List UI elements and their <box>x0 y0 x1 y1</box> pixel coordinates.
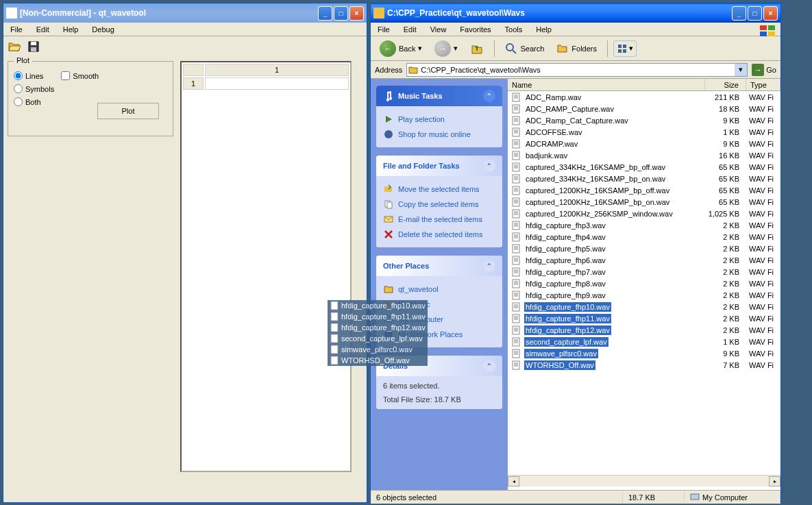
file-row[interactable]: ADCOFFSE.wav1 KBWAV Fi <box>508 126 780 138</box>
svg-rect-4 <box>768 25 775 30</box>
svg-rect-10 <box>623 45 626 48</box>
chevron-down-icon: ▾ <box>629 44 633 53</box>
col-size[interactable]: Size <box>705 79 746 90</box>
minimize-button[interactable]: _ <box>732 6 746 21</box>
file-row[interactable]: captured_334KHz_16KSAMP_bp_off.wav65 KBW… <box>508 161 780 173</box>
open-icon[interactable] <box>6 38 23 55</box>
drag-ghost-item: simwave_plfsrc0.wav <box>328 344 428 355</box>
up-button[interactable] <box>465 38 489 59</box>
drag-ghost-item: WTORHSD_Off.wav <box>328 355 428 366</box>
file-row[interactable]: ADCRAMP.wav9 KBWAV Fi <box>508 138 780 149</box>
drag-ghost: hfdig_capture_fhp10.wavhfdig_capture_fhp… <box>328 300 428 366</box>
address-input[interactable] <box>406 63 748 77</box>
file-row[interactable]: hfdig_capture_fhp3.wav2 KBWAV Fi <box>508 219 780 231</box>
maximize-button[interactable]: □ <box>334 6 348 21</box>
save-icon[interactable] <box>25 38 42 55</box>
file-row[interactable]: second_capture_lpf.wav1 KBWAV Fi <box>508 336 780 347</box>
col-type[interactable]: Type <box>746 79 780 90</box>
scroll-track[interactable] <box>519 476 769 486</box>
file-row[interactable]: hfdig_capture_fhp11.wav2 KBWAV Fi <box>508 312 780 324</box>
music-note-icon <box>383 90 394 101</box>
svg-rect-9 <box>618 45 622 48</box>
file-size: 2 KB <box>705 256 746 264</box>
drag-ghost-item: hfdig_capture_fhp11.wav <box>328 311 428 322</box>
forward-button[interactable]: → ▾ <box>430 37 463 60</box>
task-email[interactable]: E-mail the selected items <box>383 212 495 227</box>
table-cell[interactable] <box>205 77 349 90</box>
file-name: hfdig_capture_fhp11.wav <box>524 314 611 323</box>
menu-debug[interactable]: Debug <box>88 24 118 35</box>
maximize-button[interactable]: □ <box>748 6 762 21</box>
file-row[interactable]: ADC_Ramp_Cat_Capture.wav9 KBWAV Fi <box>508 114 780 126</box>
file-size: 1 KB <box>705 338 746 346</box>
horizontal-scrollbar[interactable]: ◂ ▸ <box>508 475 780 486</box>
file-row[interactable]: simwave_plfsrc0.wav9 KBWAV Fi <box>508 347 780 359</box>
svg-rect-87 <box>513 291 519 299</box>
file-row[interactable]: hfdig_capture_fhp7.wav2 KBWAV Fi <box>508 266 780 278</box>
svg-rect-116 <box>331 301 338 310</box>
menu-edit[interactable]: Edit <box>399 24 421 35</box>
svg-rect-115 <box>691 494 699 500</box>
titlebar[interactable]: [Non-Commercial] - qt_wavetool _ □ × <box>3 3 367 23</box>
back-button[interactable]: ← Back ▾ <box>375 37 427 60</box>
check-smooth[interactable] <box>61 71 70 80</box>
windows-logo-icon <box>760 25 776 38</box>
titlebar[interactable]: C:\CPP_Practice\qt_wavetool\Wavs _ □ × <box>371 3 780 23</box>
file-name: simwave_plfsrc0.wav <box>524 349 598 358</box>
plot-button[interactable]: Plot <box>97 103 159 119</box>
radio-lines[interactable] <box>14 71 23 80</box>
task-play-selection[interactable]: Play selection <box>383 112 495 127</box>
task-copy[interactable]: Copy the selected items <box>383 197 495 212</box>
svg-rect-43 <box>513 163 519 171</box>
file-size: 2 KB <box>705 233 746 241</box>
go-button[interactable]: → Go <box>752 64 776 76</box>
other-places-header[interactable]: Other Places ⌃ <box>376 256 502 276</box>
close-button[interactable]: × <box>763 6 778 21</box>
file-row[interactable]: badjunk.wav16 KBWAV Fi <box>508 149 780 161</box>
file-row[interactable]: WTORHSD_Off.wav7 KBWAV Fi <box>508 359 780 371</box>
close-button[interactable]: × <box>349 6 364 21</box>
task-shop-music[interactable]: Shop for music online <box>383 127 495 142</box>
file-list[interactable]: ADC_Ramp.wav211 KBWAV FiADC_RAMP_Capture… <box>508 91 780 475</box>
address-dropdown[interactable]: ▾ <box>735 64 747 76</box>
file-row[interactable]: hfdig_capture_fhp9.wav2 KBWAV Fi <box>508 289 780 301</box>
menu-help[interactable]: Help <box>59 24 83 35</box>
file-row[interactable]: captured_1200KHz_16KSAMP_bp_off.wav65 KB… <box>508 184 780 196</box>
scroll-left-icon[interactable]: ◂ <box>508 476 519 486</box>
folder-icon <box>383 284 394 295</box>
menu-file[interactable]: File <box>6 24 27 35</box>
search-button[interactable]: Search <box>500 39 549 58</box>
file-row[interactable]: hfdig_capture_fhp12.wav2 KBWAV Fi <box>508 324 780 336</box>
menu-favorites[interactable]: Favorites <box>456 24 495 35</box>
file-row[interactable]: ADC_RAMP_Capture.wav18 KBWAV Fi <box>508 103 780 114</box>
file-row[interactable]: hfdig_capture_fhp4.wav2 KBWAV Fi <box>508 231 780 243</box>
file-row[interactable]: hfdig_capture_fhp8.wav2 KBWAV Fi <box>508 278 780 289</box>
radio-symbols[interactable] <box>14 84 23 93</box>
music-tasks-header[interactable]: Music Tasks ⌃ <box>376 86 502 106</box>
file-row[interactable]: hfdig_capture_fhp10.wav2 KBWAV Fi <box>508 301 780 312</box>
file-row[interactable]: hfdig_capture_fhp6.wav2 KBWAV Fi <box>508 254 780 266</box>
minimize-button[interactable]: _ <box>318 6 332 21</box>
scroll-right-icon[interactable]: ▸ <box>769 476 780 486</box>
menu-file[interactable]: File <box>373 24 394 35</box>
menu-edit[interactable]: Edit <box>32 24 53 35</box>
file-row[interactable]: captured_334KHz_16KSAMP_bp_on.wav65 KBWA… <box>508 173 780 184</box>
radio-both[interactable] <box>14 97 23 106</box>
col-name[interactable]: Name <box>508 79 705 90</box>
file-row[interactable]: hfdig_capture_fhp5.wav2 KBWAV Fi <box>508 243 780 254</box>
place-qt-wavetool[interactable]: qt_wavetool <box>383 282 495 297</box>
views-button[interactable]: ▾ <box>613 40 637 57</box>
task-delete[interactable]: Delete the selected items <box>383 227 495 242</box>
menu-help[interactable]: Help <box>532 24 556 35</box>
file-row[interactable]: captured_1200KHz_256KSMP_window.wav1,025… <box>508 208 780 219</box>
svg-rect-121 <box>331 356 338 365</box>
task-move[interactable]: Move the selected items <box>383 182 495 197</box>
file-row[interactable]: captured_1200KHz_16KSAMP_bp_on.wav65 KBW… <box>508 196 780 208</box>
menu-view[interactable]: View <box>426 24 451 35</box>
chevron-down-icon: ▾ <box>418 44 422 53</box>
file-row[interactable]: ADC_Ramp.wav211 KBWAV Fi <box>508 91 780 103</box>
file-folder-tasks-panel: File and Folder Tasks ⌃ Move the selecte… <box>376 156 502 247</box>
file-folder-tasks-header[interactable]: File and Folder Tasks ⌃ <box>376 156 502 176</box>
menu-tools[interactable]: Tools <box>501 24 527 35</box>
folders-button[interactable]: Folders <box>552 39 602 58</box>
